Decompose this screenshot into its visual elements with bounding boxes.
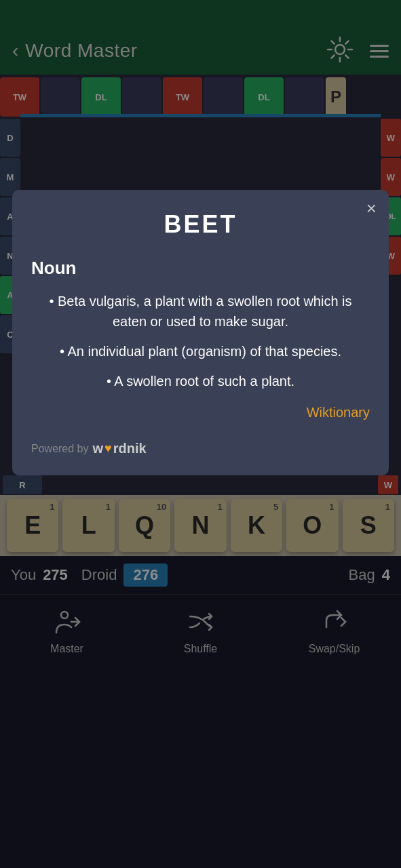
modal-definitions: • Beta vulgaris, a plant with a swollen … <box>31 291 370 391</box>
modal-close-button[interactable]: × <box>366 199 377 217</box>
modal-powered-by: Powered by w♥rdnik <box>31 441 370 456</box>
word-definition-modal: × BEET Noun • Beta vulgaris, a plant wit… <box>12 190 389 475</box>
modal-source: Wiktionary <box>31 405 370 420</box>
modal-def-1: • Beta vulgaris, a plant with a swollen … <box>31 291 370 332</box>
modal-part-of-speech: Noun <box>31 258 370 279</box>
wiktionary-link[interactable]: Wiktionary <box>307 405 370 420</box>
modal-def-2: • An individual plant (organism) of that… <box>31 341 370 361</box>
modal-def-3: • A swollen root of such a plant. <box>31 371 370 391</box>
powered-by-text: Powered by <box>31 443 89 455</box>
wordnik-logo: w♥rdnik <box>93 441 147 456</box>
modal-word-title: BEET <box>31 210 370 239</box>
